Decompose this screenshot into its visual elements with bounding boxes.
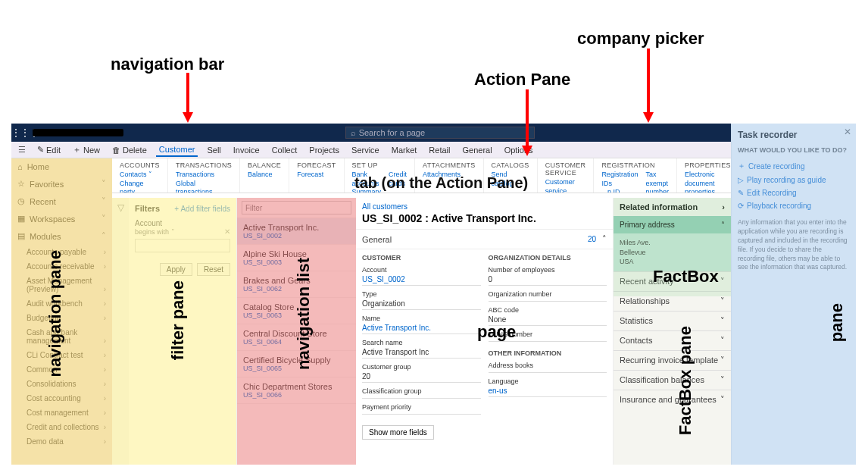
nav-module-item[interactable]: Accounts payable›: [11, 245, 112, 259]
nav-module-item[interactable]: Common›: [11, 362, 112, 377]
nav-recent[interactable]: ◷Recent˅: [11, 193, 112, 210]
tab-invoice[interactable]: Invoice: [230, 144, 263, 156]
tab-sell[interactable]: Sell: [204, 144, 223, 156]
group-label: Customer group: [362, 363, 481, 371]
add-filter-link[interactable]: + Add filter fields: [174, 205, 230, 213]
list-item[interactable]: Active Transport Inc.US_SI_0002: [237, 218, 356, 245]
funnel-icon[interactable]: ▽: [117, 202, 124, 213]
factbox-primary-header[interactable]: Primary address˄: [614, 216, 731, 233]
factbox-section[interactable]: Contacts˅: [614, 330, 731, 350]
priority-value: [362, 411, 481, 415]
action-group-title: SET UP: [352, 161, 407, 169]
action-link[interactable]: Global transactions: [176, 180, 232, 193]
factbox-section[interactable]: Relationships˅: [614, 291, 731, 311]
navigation-bar: ⋮⋮⋮ ⌕ Search for a page USSI 🔔 ⚙ ?: [11, 124, 856, 142]
nav-module-item[interactable]: Budgeting›: [11, 311, 112, 325]
tab-general[interactable]: General: [459, 144, 495, 156]
apply-button[interactable]: Apply: [160, 263, 192, 276]
action-link[interactable]: Customer service: [545, 178, 586, 193]
svg-marker-1: [183, 112, 193, 123]
close-icon[interactable]: ✕: [224, 227, 230, 236]
reset-button[interactable]: Reset: [197, 263, 230, 276]
global-search[interactable]: ⌕ Search for a page: [345, 127, 535, 139]
waffle-icon[interactable]: ⋮⋮⋮: [11, 127, 30, 138]
list-item-name: Certified Bicycle Supply: [243, 355, 350, 365]
nav-module-item[interactable]: Asset Management (Preview)›: [11, 274, 112, 296]
tab-service[interactable]: Service: [348, 144, 382, 156]
factbox-section[interactable]: Recurring invoice template˅: [614, 350, 731, 370]
new-button[interactable]: ＋New: [70, 142, 103, 157]
pane-action-link[interactable]: ✎Edit Recording: [738, 186, 850, 199]
action-link[interactable]: Registration IDs: [601, 171, 638, 188]
menu-icon[interactable]: ☰: [16, 145, 28, 155]
pane-action-link[interactable]: ⟳Playback recording: [738, 199, 850, 212]
action-link[interactable]: Contacts ˅: [120, 171, 160, 180]
annotation-company-picker: company picker: [577, 29, 704, 49]
nav-module-item[interactable]: CLi Contract test›: [11, 348, 112, 362]
list-item[interactable]: Brakes and GearsUS_SI_0062: [237, 271, 356, 298]
nav-module-item[interactable]: Cost accounting›: [11, 391, 112, 406]
plus-icon: ＋: [73, 144, 81, 155]
nav-module-item[interactable]: Accounts receivable›: [11, 259, 112, 274]
action-link[interactable]: Bank accounts: [352, 171, 382, 188]
list-item[interactable]: Central Discount StoreUS_SI_0064: [237, 324, 356, 351]
nav-module-item[interactable]: Cost management›: [11, 406, 112, 420]
action-link[interactable]: ...n ID search: [601, 188, 638, 193]
tab-projects[interactable]: Projects: [306, 144, 342, 156]
list-item[interactable]: Catalog StoreUS_SI_0063: [237, 298, 356, 324]
customer-heading: CUSTOMER: [362, 254, 481, 261]
action-link[interactable]: Balance: [248, 171, 273, 180]
action-link[interactable]: Credit cards: [389, 171, 407, 188]
chevron-down-icon: ˅: [101, 179, 106, 189]
action-group-title: ACCOUNTS: [120, 161, 160, 169]
list-item[interactable]: Certified Bicycle SupplyUS_SI_0065: [237, 351, 356, 377]
action-link[interactable]: Send catalog: [492, 171, 529, 188]
action-link[interactable]: Tax exempt number search: [645, 171, 669, 193]
action-link[interactable]: Electronic document properties: [685, 171, 731, 193]
list-item-name: Catalog Store: [243, 302, 350, 312]
action-link[interactable]: Forecast: [297, 171, 323, 180]
nav-module-item[interactable]: Demo data›: [11, 434, 112, 449]
action-link[interactable]: Attachments: [423, 171, 461, 180]
tab-retail[interactable]: Retail: [426, 144, 453, 156]
action-group: SET UPBank accountsSummary up...Credit c…: [345, 158, 416, 193]
nav-favorites[interactable]: ☆Favorites˅: [11, 175, 112, 193]
action-link[interactable]: Change party association: [120, 180, 160, 193]
nav-modules[interactable]: ▤Modules˄: [11, 227, 112, 245]
action-link[interactable]: ...: [389, 188, 407, 193]
close-icon[interactable]: ✕: [844, 127, 851, 137]
section-general[interactable]: General 20˄: [356, 229, 613, 249]
factbox-title[interactable]: Related information›: [614, 198, 731, 216]
account-value[interactable]: US_SI_0002: [362, 274, 481, 286]
list-item[interactable]: Alpine Ski HouseUS_SI_0003: [237, 245, 356, 271]
nav-module-item[interactable]: Cash and bank management›: [11, 325, 112, 348]
delete-button[interactable]: 🗑Delete: [109, 144, 150, 156]
list-item[interactable]: Chic Department StoresUS_SI_0066: [237, 377, 356, 404]
tab-options[interactable]: Options: [501, 144, 536, 156]
lang-value[interactable]: en-us: [489, 385, 607, 397]
name-value[interactable]: Active Transport Inc.: [362, 322, 481, 334]
action-link[interactable]: Transactions: [176, 171, 232, 180]
pane-action-link[interactable]: ＋Create recording: [738, 158, 850, 174]
addrbook-value: [489, 369, 607, 373]
filter-input[interactable]: [135, 239, 230, 252]
filter-operator[interactable]: begins with ˅: [135, 228, 175, 236]
list-filter-input[interactable]: [242, 201, 351, 215]
edit-button[interactable]: ✎Edit: [34, 143, 64, 156]
nav-module-item[interactable]: Audit workbench›: [11, 296, 112, 311]
nav-home[interactable]: ⌂Home: [11, 158, 112, 175]
factbox-section[interactable]: Insurance and guarantees˅: [614, 390, 731, 409]
factbox-section[interactable]: Classification balances˅: [614, 370, 731, 390]
tab-collect[interactable]: Collect: [269, 144, 301, 156]
nav-workspaces[interactable]: ▦Workspaces˅: [11, 210, 112, 227]
action-link[interactable]: Summary up...: [352, 188, 382, 193]
pane-action-link[interactable]: ▷Play recording as guide: [738, 174, 850, 186]
breadcrumb[interactable]: All customers: [356, 198, 613, 211]
factbox-section[interactable]: Statistics˅: [614, 311, 731, 330]
tab-customer[interactable]: Customer: [156, 143, 198, 157]
nav-module-item[interactable]: Consolidations›: [11, 377, 112, 391]
tab-market[interactable]: Market: [389, 144, 420, 156]
nav-module-item[interactable]: Credit and collections›: [11, 420, 112, 434]
show-more-button[interactable]: Show more fields: [362, 425, 434, 440]
factbox-section[interactable]: Recent activity˅: [614, 271, 731, 291]
